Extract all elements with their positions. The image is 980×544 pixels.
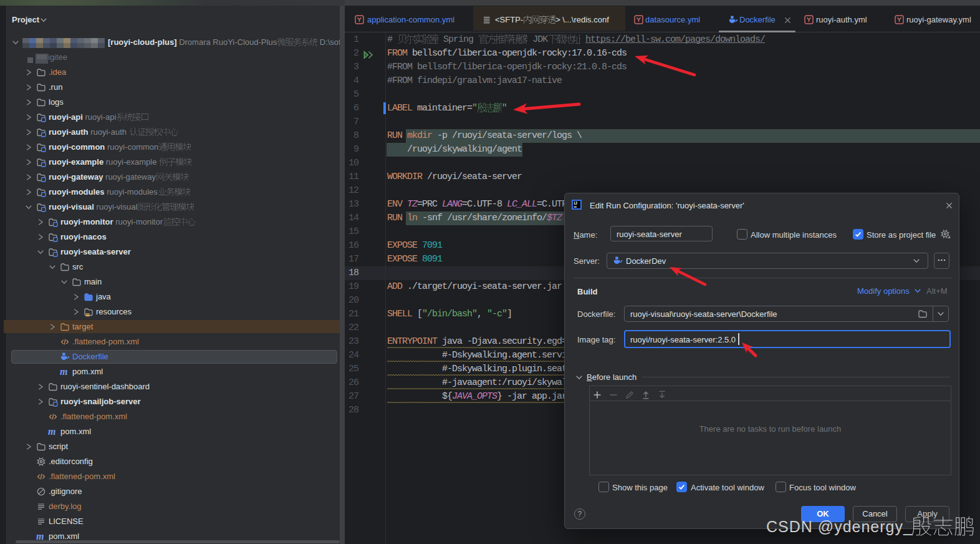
svg-text:IJ: IJ bbox=[574, 201, 577, 205]
